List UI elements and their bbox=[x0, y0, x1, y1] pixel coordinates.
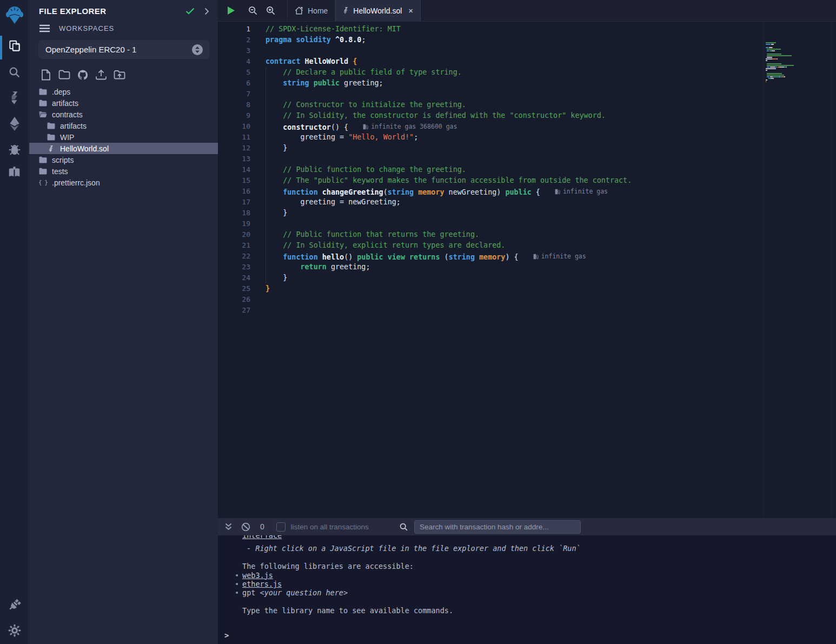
code-line-12[interactable]: } bbox=[266, 143, 760, 154]
tree-item--prettierrc-json[interactable]: { }.prettierrc.json bbox=[29, 177, 218, 188]
plugin-manager-icon[interactable] bbox=[0, 597, 29, 612]
code-line-6[interactable]: string public greeting; bbox=[266, 78, 760, 89]
solidity-icon bbox=[47, 145, 55, 152]
zoom-out-icon[interactable] bbox=[244, 0, 262, 21]
file-explorer-icon[interactable] bbox=[0, 39, 29, 53]
code-line-11[interactable]: greeting = "Hello, World!"; bbox=[266, 132, 760, 143]
code-line-7[interactable] bbox=[266, 89, 760, 99]
tree-item-label: HelloWorld.sol bbox=[60, 144, 109, 153]
tree-item-artifacts[interactable]: artifacts bbox=[29, 120, 218, 131]
terminal-toolbar: 0 listen on all transactions bbox=[218, 518, 836, 535]
line-number: 13 bbox=[218, 154, 250, 164]
github-clone-icon[interactable] bbox=[75, 68, 90, 81]
tree-item-label: .prettierrc.json bbox=[52, 178, 100, 187]
code-line-25[interactable]: } bbox=[266, 283, 760, 294]
gas-estimate-hint: infinite gas bbox=[554, 186, 608, 197]
terminal-prompt[interactable]: > bbox=[224, 631, 229, 640]
tree-item-artifacts[interactable]: artifacts bbox=[29, 97, 218, 109]
terminal-line bbox=[218, 553, 836, 562]
code-line-20[interactable]: // Public function that returns the gree… bbox=[266, 229, 760, 240]
code-line-27[interactable] bbox=[266, 305, 760, 316]
terminal-search-icon bbox=[399, 522, 408, 532]
line-number: 8 bbox=[218, 99, 250, 110]
new-folder-icon[interactable] bbox=[57, 68, 71, 81]
line-number: 21 bbox=[218, 240, 250, 251]
listen-transactions-checkbox[interactable] bbox=[276, 522, 286, 532]
tab-home[interactable]: Home bbox=[287, 0, 335, 21]
code-line-4[interactable]: contract HelloWorld { bbox=[266, 56, 760, 67]
code-line-9[interactable]: // In Solidity, the constructor is defin… bbox=[266, 110, 760, 121]
workspaces-menu-icon[interactable] bbox=[39, 24, 50, 32]
search-icon[interactable] bbox=[0, 65, 29, 79]
code-line-21[interactable]: // In Solidity, explicit return types ar… bbox=[266, 240, 760, 251]
code-line-14[interactable]: // Public function to change the greetin… bbox=[266, 164, 760, 175]
tree-item-label: tests bbox=[52, 167, 68, 176]
expand-terminal-icon[interactable] bbox=[225, 523, 232, 530]
folder-icon bbox=[47, 134, 55, 141]
tree-item-tests[interactable]: tests bbox=[29, 165, 218, 177]
code-line-2[interactable]: pragma solidity ^0.8.0; bbox=[266, 35, 760, 45]
learneth-icon[interactable] bbox=[0, 165, 29, 180]
code-line-24[interactable]: } bbox=[266, 273, 760, 283]
run-script-icon[interactable] bbox=[218, 0, 244, 21]
upload-file-icon[interactable] bbox=[94, 68, 108, 81]
tree-item-label: contracts bbox=[52, 110, 83, 119]
code-line-13[interactable] bbox=[266, 154, 760, 164]
editor-minimap[interactable] bbox=[766, 42, 813, 86]
code-line-22[interactable]: function hello() public view returns (st… bbox=[266, 251, 760, 262]
tab-home-label: Home bbox=[308, 6, 328, 15]
editor-tab-bar: Home HelloWorld.sol × bbox=[218, 0, 836, 22]
code-content[interactable]: // SPDX-License-Identifier: MITpragma so… bbox=[266, 24, 760, 316]
folder-icon bbox=[47, 122, 55, 129]
code-line-3[interactable] bbox=[266, 45, 760, 56]
panel-title: FILE EXPLORER bbox=[39, 6, 185, 16]
tree-item-helloworld-sol[interactable]: HelloWorld.sol bbox=[29, 143, 218, 154]
tree-item-wip[interactable]: WIP bbox=[29, 131, 218, 143]
close-tab-icon[interactable]: × bbox=[408, 6, 413, 15]
code-line-8[interactable]: // Constructor to initialize the greetin… bbox=[266, 99, 760, 110]
settings-gear-icon[interactable] bbox=[0, 623, 29, 638]
code-line-26[interactable] bbox=[266, 294, 760, 305]
line-number: 15 bbox=[218, 175, 250, 186]
terminal-line: •ethers.js bbox=[218, 580, 836, 588]
code-line-5[interactable]: // Declare a public field of type string… bbox=[266, 67, 760, 78]
tab-helloworld-sol[interactable]: HelloWorld.sol × bbox=[335, 0, 421, 21]
code-line-1[interactable]: // SPDX-License-Identifier: MIT bbox=[266, 24, 760, 35]
terminal-line: •gpt <your question here> bbox=[218, 588, 836, 597]
new-file-icon[interactable] bbox=[38, 68, 53, 81]
code-line-16[interactable]: function changeGreeting(string memory ne… bbox=[266, 186, 760, 197]
workspace-sort-icon[interactable] bbox=[192, 44, 203, 55]
deploy-and-run-icon[interactable] bbox=[0, 116, 29, 131]
code-line-10[interactable]: constructor() {infinite gas 368600 gas bbox=[266, 121, 760, 132]
terminal-link-ethers-js[interactable]: ethers.js bbox=[242, 580, 282, 588]
code-editor[interactable]: 1234567891011121314151617181920212223242… bbox=[218, 22, 836, 518]
solidity-compiler-icon[interactable] bbox=[0, 90, 29, 105]
folder-icon bbox=[39, 88, 47, 95]
zoom-in-icon[interactable] bbox=[262, 0, 280, 21]
remix-logo-icon[interactable] bbox=[0, 5, 29, 25]
line-number: 24 bbox=[218, 273, 250, 283]
upload-folder-icon[interactable] bbox=[112, 68, 127, 81]
gas-estimate-hint: infinite gas bbox=[533, 251, 586, 262]
indent-guide bbox=[266, 67, 266, 283]
code-line-23[interactable]: return greeting; bbox=[266, 262, 760, 273]
tree-item--deps[interactable]: .deps bbox=[29, 86, 218, 97]
collapse-chevron-icon[interactable] bbox=[204, 8, 209, 15]
workspace-select[interactable]: OpenZeppelin ERC20 - 1 bbox=[38, 40, 209, 59]
code-line-15[interactable]: // The "public" keyword makes the functi… bbox=[266, 175, 760, 186]
tree-item-scripts[interactable]: scripts bbox=[29, 154, 218, 165]
terminal-output[interactable]: interface- Right click on a JavaScript f… bbox=[218, 535, 836, 644]
terminal-search-input[interactable] bbox=[414, 520, 581, 534]
folder-icon bbox=[39, 99, 47, 107]
clear-console-icon[interactable] bbox=[241, 522, 250, 532]
code-line-19[interactable] bbox=[266, 218, 760, 229]
line-number: 4 bbox=[218, 56, 250, 67]
tree-item-contracts[interactable]: contracts bbox=[29, 109, 218, 120]
check-icon[interactable] bbox=[185, 8, 195, 15]
code-line-17[interactable]: greeting = newGreeting; bbox=[266, 197, 760, 208]
debugger-icon[interactable] bbox=[0, 142, 29, 156]
terminal-link-web3-js[interactable]: web3.js bbox=[242, 571, 273, 580]
line-number: 25 bbox=[218, 283, 250, 294]
folder-open-icon bbox=[39, 111, 47, 118]
code-line-18[interactable]: } bbox=[266, 208, 760, 218]
